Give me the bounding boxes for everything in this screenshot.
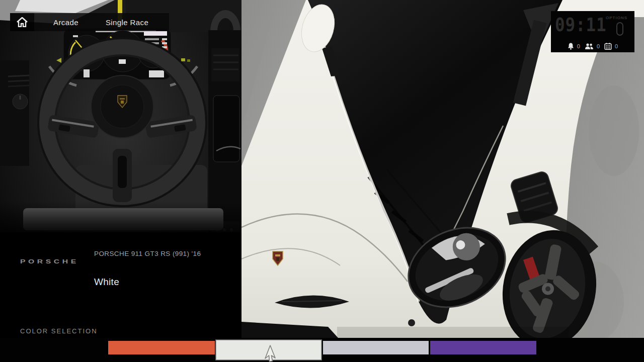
bell-icon bbox=[568, 43, 574, 50]
players-count: 0 bbox=[597, 43, 600, 49]
manufacturer-logo: PORSCHE bbox=[20, 258, 79, 264]
session-hud: 09:11 OPTIONS 0 0 bbox=[551, 11, 634, 52]
car-model-name: PORSCHE 911 GT3 RS (991) '16 bbox=[94, 250, 201, 257]
notifications-counter: 0 bbox=[568, 43, 580, 50]
bottom-bar bbox=[0, 338, 644, 362]
color-swatch-gray[interactable] bbox=[323, 341, 429, 354]
session-time: 09:11 bbox=[555, 14, 606, 36]
options-label: OPTIONS bbox=[606, 16, 627, 20]
home-icon bbox=[17, 17, 28, 27]
car-exterior-preview bbox=[242, 0, 644, 362]
interior-preview bbox=[0, 0, 242, 362]
game-screen: Arcade Single Race 09:11 OPTIONS 0 bbox=[0, 0, 644, 362]
mouse-cursor bbox=[264, 345, 278, 362]
nav-item-arcade[interactable]: Arcade bbox=[53, 18, 78, 27]
color-swatch-orange[interactable] bbox=[108, 341, 215, 354]
grid-count: 0 bbox=[615, 43, 618, 49]
players-icon bbox=[585, 43, 594, 50]
top-nav-bar: Arcade Single Race bbox=[10, 13, 169, 31]
players-counter: 0 bbox=[585, 43, 600, 50]
options-button[interactable] bbox=[616, 22, 623, 36]
nav-item-single-race[interactable]: Single Race bbox=[106, 18, 148, 27]
home-button[interactable] bbox=[10, 13, 34, 31]
color-selection-label: COLOR SELECTION bbox=[20, 327, 98, 335]
grid-counter: 0 bbox=[604, 43, 618, 50]
grid-icon bbox=[604, 43, 612, 50]
notifications-count: 0 bbox=[577, 43, 580, 49]
color-swatch-purple[interactable] bbox=[430, 341, 536, 354]
selected-color-name: White bbox=[94, 277, 119, 288]
